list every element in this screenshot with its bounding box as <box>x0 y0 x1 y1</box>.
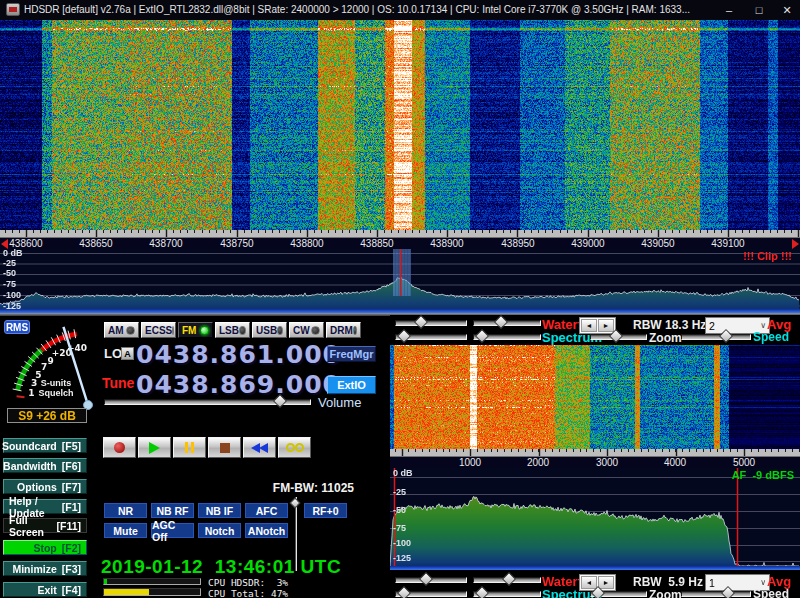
record-icon <box>114 442 125 453</box>
mode-button-cw[interactable]: CW <box>289 322 324 338</box>
cpu-total-fill <box>104 589 149 595</box>
slider-thumb[interactable] <box>494 315 508 329</box>
volume-slider[interactable] <box>104 399 311 405</box>
slider-thumb[interactable] <box>397 329 411 343</box>
rf-waterfall[interactable] <box>0 20 800 230</box>
clip-warning: !!! Clip !!! <box>743 250 792 262</box>
db-label: -75 <box>393 523 406 533</box>
slider-thumb[interactable] <box>502 572 516 586</box>
zoom-slider[interactable] <box>590 334 647 340</box>
mode-button-am[interactable]: AM <box>104 322 139 338</box>
anotch-button[interactable]: ANotch <box>245 523 288 538</box>
lo-frequency-display[interactable]: 0438.861.000 <box>136 345 341 365</box>
waterfall-lower-slider[interactable] <box>473 320 541 326</box>
freq-label: 438850 <box>360 238 393 249</box>
minimize-button[interactable]: – <box>716 0 742 20</box>
slider-thumb[interactable] <box>414 315 428 329</box>
af-frequency-labels[interactable]: 1000 2000 3000 4000 5000 <box>390 457 800 468</box>
stop-playback-button[interactable] <box>208 437 241 458</box>
afc-button[interactable]: AFC <box>245 503 288 518</box>
db-label: -100 <box>3 290 21 300</box>
spectrum-lower-slider[interactable] <box>473 591 541 597</box>
mode-button-fm[interactable]: FM <box>178 322 213 338</box>
smeter-value: S9 +26 dB <box>7 408 87 423</box>
freq-label: 438950 <box>501 238 534 249</box>
led-indicator <box>200 326 209 335</box>
rewind-icon <box>251 443 268 453</box>
speed-label: Speed <box>753 330 789 344</box>
db-label: 0 dB <box>393 468 413 478</box>
rewind-button[interactable] <box>243 437 276 458</box>
stop-button[interactable]: Stop[F2] <box>3 540 87 555</box>
mode-button-ecss[interactable]: ECSS <box>141 322 176 338</box>
extio-button[interactable]: ExtIO <box>327 376 376 394</box>
mode-button-drm[interactable]: DRM <box>326 322 361 338</box>
play-button[interactable] <box>138 437 171 458</box>
titlebar[interactable]: HDSDR [default] v2.76a | ExtIO_RTL2832.d… <box>0 0 800 20</box>
agc-button[interactable]: AGC Off <box>151 523 194 538</box>
rf-frequency-labels[interactable]: 438600 438650 438700 438750 438800 43885… <box>0 238 800 249</box>
af-spectrum[interactable] <box>390 468 800 570</box>
meter-mode-button[interactable]: RMS <box>4 320 30 334</box>
utc-clock[interactable]: 2019-01-12 13:46:01 UTC <box>101 556 341 578</box>
notch-button[interactable]: Notch <box>198 523 241 538</box>
af-bottom-controls: Waterfall ◄ ► RBW 5.9 Hz 1∨ Avg Spectrum… <box>390 570 800 598</box>
led-indicator <box>353 326 357 335</box>
waterfall-upper-slider[interactable] <box>395 577 467 583</box>
speed-slider[interactable] <box>681 334 751 340</box>
soundcard-button[interactable]: Soundcard[F5] <box>3 438 87 453</box>
rf-spectrum-panel[interactable]: 0 dB -25 -50 -75 -100 -125 !!! Clip !!! <box>0 249 800 313</box>
af-waterfall[interactable] <box>390 345 800 449</box>
freqmgr-button[interactable]: FreqMgr <box>327 346 376 362</box>
mode-button-lsb[interactable]: LSB <box>215 322 250 338</box>
fm-bandwidth-label: FM-BW: 11025 <box>262 481 354 495</box>
cpu-hdsdr-label: CPU HDSDR: 3% <box>208 577 288 588</box>
pause-button[interactable] <box>173 437 206 458</box>
nr-button[interactable]: NR <box>104 503 147 518</box>
cpu-total-bar <box>103 588 201 596</box>
fm-bandwidth-slider-thumb[interactable] <box>289 497 300 508</box>
slider-thumb[interactable] <box>397 586 411 598</box>
speed-slider[interactable] <box>681 591 751 597</box>
db-label: -50 <box>3 268 16 278</box>
nb-if-button[interactable]: NB IF <box>198 503 241 518</box>
mute-button[interactable]: Mute <box>104 523 147 538</box>
nb-rf-button[interactable]: NB RF <box>151 503 194 518</box>
bandwidth-button[interactable]: Bandwidth[F6] <box>3 458 87 473</box>
mode-button-usb[interactable]: USB <box>252 322 287 338</box>
help-update-button[interactable]: Help / Update[F1] <box>3 499 87 514</box>
slider-thumb[interactable] <box>475 329 489 343</box>
spectrum-upper-slider[interactable] <box>395 334 467 340</box>
zoom-slider[interactable] <box>590 591 647 597</box>
led-indicator <box>311 326 320 335</box>
fullscreen-button[interactable]: Full Screen[F11] <box>3 518 87 533</box>
db-label: -75 <box>3 279 16 289</box>
af-frequency-ruler[interactable] <box>390 449 800 457</box>
maximize-button[interactable]: □ <box>746 0 772 20</box>
record-button[interactable] <box>103 437 136 458</box>
exit-button[interactable]: Exit[F4] <box>3 582 87 597</box>
lo-label: LO <box>104 346 122 361</box>
spectrum-upper-slider[interactable] <box>395 591 467 597</box>
af-top-controls: Waterfall ◄ ► RBW 18.3 Hz 2∨ Avg Spectru… <box>390 315 800 343</box>
freq-label: 438700 <box>149 238 182 249</box>
close-button[interactable]: ✕ <box>774 0 800 20</box>
slider-thumb[interactable] <box>418 572 432 586</box>
hdsdr-window: HDSDR [default] v2.76a | ExtIO_RTL2832.d… <box>0 0 800 598</box>
vfo-a-button[interactable]: A <box>121 347 134 360</box>
loop-button[interactable] <box>278 437 311 458</box>
rf-gain-button[interactable]: RF+0 <box>304 503 347 518</box>
window-title: HDSDR [default] v2.76a | ExtIO_RTL2832.d… <box>24 4 690 15</box>
minimize-app-button[interactable]: Minimize[F3] <box>3 561 87 576</box>
options-button[interactable]: Options[F7] <box>3 479 87 494</box>
af-spectrum-panel[interactable]: 0 dB -25 -50 -75 -100 -125 AF -9 dBFS <box>390 468 800 570</box>
slider-thumb[interactable] <box>475 586 489 598</box>
db-label: -125 <box>393 553 411 563</box>
rf-spectrum[interactable] <box>0 249 800 313</box>
scale-right-arrow[interactable] <box>792 239 799 249</box>
rf-frequency-ruler[interactable] <box>0 230 800 238</box>
spectrum-lower-slider[interactable] <box>473 334 541 340</box>
tune-frequency-display[interactable]: 0438.869.000 <box>136 375 341 395</box>
waterfall-upper-slider[interactable] <box>395 320 467 326</box>
waterfall-lower-slider[interactable] <box>473 577 541 583</box>
